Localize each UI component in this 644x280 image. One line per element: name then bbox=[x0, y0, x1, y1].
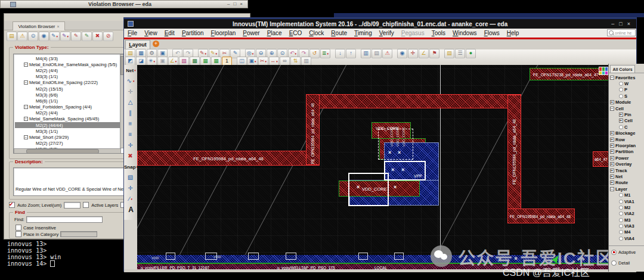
delete-icon[interactable]: ✖ bbox=[92, 32, 103, 41]
adaptive-radio[interactable] bbox=[611, 250, 617, 255]
menu-item[interactable]: Route bbox=[327, 29, 351, 38]
layers-tree-row[interactable]: VIA4 bbox=[610, 235, 644, 241]
tab-violation-browser[interactable]: Violation Browser × bbox=[13, 21, 65, 30]
vb-minimize-button[interactable]: – bbox=[227, 2, 230, 7]
net-tool-button[interactable]: Net bbox=[124, 65, 137, 76]
violations-icon[interactable]: ⚠ bbox=[382, 49, 392, 58]
next-violation-icon[interactable]: ✎ bbox=[60, 32, 70, 41]
layers-tree-row[interactable]: M1 bbox=[610, 192, 644, 198]
violation-tree-row[interactable]: M2(2) (44/44) bbox=[15, 122, 125, 128]
stop-icon[interactable]: ⊘ bbox=[103, 32, 113, 41]
layers-tree-row[interactable]: W bbox=[610, 80, 644, 86]
menu-item[interactable]: Flows bbox=[481, 29, 503, 38]
info-icon[interactable]: ◉ bbox=[397, 49, 407, 58]
wire-edit-icon[interactable]: ∿ bbox=[124, 76, 137, 86]
layers-tree-row[interactable]: Cell bbox=[610, 105, 644, 111]
detail-radio[interactable] bbox=[611, 260, 617, 266]
layers-tree-row[interactable]: S bbox=[610, 93, 644, 99]
violation-marker-icon[interactable]: × bbox=[391, 167, 394, 173]
layers-tree-row[interactable]: M4 bbox=[610, 229, 644, 235]
spacing-icon[interactable]: ≡ bbox=[124, 119, 137, 129]
violation-marker-icon[interactable]: × bbox=[401, 167, 404, 173]
layout-canvas[interactable]: FE_OFN195984_pd_rdata_a64_48 FE_OFN19598… bbox=[137, 65, 609, 269]
hierarchy-icon[interactable]: ▤ bbox=[371, 49, 382, 58]
net-wire-red[interactable]: FE_OFN195984_pd_rdata_a64_48 bbox=[507, 95, 521, 223]
layers-tree-row[interactable]: C bbox=[610, 124, 644, 130]
terminal-window[interactable]: innovus 13>innovus 13>innovus 13> wininn… bbox=[4, 235, 125, 272]
case-insensitive-checkbox[interactable] bbox=[16, 225, 21, 231]
layers-tree-row[interactable]: Favorites bbox=[610, 74, 644, 80]
violation-tree-row[interactable]: M3(3) (1/1) bbox=[15, 128, 125, 134]
tab-layout[interactable]: Layout bbox=[125, 40, 150, 49]
menu-item[interactable]: Tools bbox=[428, 29, 449, 38]
menu-item[interactable]: Windows bbox=[449, 29, 481, 38]
violation-browser-icon[interactable]: ⚑ bbox=[429, 49, 439, 58]
violation-tree[interactable]: M4(4) (3/3)Metal_EndOfLine_SameMask_spac… bbox=[13, 54, 125, 154]
info-icon[interactable]: ◉ bbox=[39, 32, 49, 41]
violation-tree-row[interactable]: Metal_Short (29/29) bbox=[15, 134, 125, 140]
violation-tree-row[interactable]: M6(6) (1/1) bbox=[15, 98, 125, 104]
angle-ruler-icon[interactable]: △ bbox=[124, 97, 137, 108]
menu-item[interactable]: View bbox=[141, 29, 161, 38]
layers-tree-row[interactable]: Power bbox=[610, 155, 644, 161]
menu-item[interactable]: Power bbox=[239, 29, 263, 38]
vb-maximize-button[interactable]: □ bbox=[233, 2, 236, 7]
vpp-cell[interactable]: VPP bbox=[384, 161, 426, 181]
snap-tool-button[interactable]: Snap bbox=[124, 161, 137, 172]
text-tool-button[interactable]: A bbox=[124, 204, 137, 215]
menu-item[interactable]: Pegasus bbox=[398, 29, 428, 38]
innovus-minimize-button[interactable]: – bbox=[611, 21, 614, 27]
clear-violation-icon[interactable]: ✎ bbox=[71, 32, 81, 41]
windows-icon[interactable]: ▥ bbox=[361, 49, 371, 58]
active-layers-checkbox[interactable] bbox=[83, 202, 89, 208]
violation-tree-row[interactable]: Metal_EndOfLine_SameMask_spacing (5/5) bbox=[15, 61, 125, 67]
layers-tree-row[interactable]: Floorplan bbox=[610, 142, 644, 148]
violation-tree-row[interactable]: M2(2) (4/4) bbox=[15, 67, 125, 73]
menu-item[interactable]: Partition bbox=[178, 29, 208, 38]
layers-tree-row[interactable]: M2 bbox=[610, 204, 644, 210]
menu-item[interactable]: Clock bbox=[305, 29, 327, 38]
menu-item[interactable]: Verify bbox=[376, 29, 398, 38]
net-wire-red[interactable]: FE_OFN195984_pd_rdata_a64_48 bbox=[507, 209, 575, 223]
pop-up-icon[interactable]: ↑ bbox=[346, 49, 356, 58]
violation-marker-icon[interactable]: × bbox=[357, 185, 360, 190]
report-icon[interactable]: ☰ bbox=[455, 49, 465, 58]
tree-hscrollbar[interactable] bbox=[14, 148, 121, 154]
net-wire-red[interactable]: FE_OFN195984_pd_rdata_a64_48 bbox=[137, 151, 320, 166]
zoom-to-violation-icon[interactable]: ⊙ bbox=[28, 32, 38, 41]
layers-tree-row[interactable]: Module bbox=[610, 99, 644, 105]
violation-tree-row[interactable]: M3(3) (1/1) bbox=[15, 74, 125, 80]
menu-item[interactable]: Place bbox=[264, 29, 286, 38]
layers-tree-row[interactable]: Net bbox=[610, 173, 644, 179]
layers-tree[interactable]: FavoritesWPSModuleCellPinCellCBlockageRo… bbox=[609, 73, 644, 245]
layer-control-icon[interactable]: ≣ bbox=[320, 49, 330, 58]
violation-tree-row[interactable]: M3(3) (6/6) bbox=[15, 92, 125, 98]
align-icon[interactable]: ∥ bbox=[124, 108, 137, 119]
prev-violation-icon[interactable]: ✎ bbox=[49, 32, 60, 41]
tab-all-colors[interactable]: All Colors bbox=[610, 65, 635, 73]
tab-close-icon[interactable]: × bbox=[57, 24, 60, 29]
net-wire-red[interactable]: FE_OFN195984_pd_rdata_a64_48 bbox=[306, 94, 320, 165]
layers-tree-row[interactable]: Blockage bbox=[610, 130, 644, 136]
layers-tree-row[interactable]: Pin bbox=[610, 111, 644, 117]
violation-marker-icon[interactable]: ⚠ bbox=[17, 32, 27, 41]
menu-item[interactable]: File bbox=[124, 29, 141, 38]
find-input[interactable] bbox=[26, 216, 103, 223]
push-down-icon[interactable]: ↓ bbox=[335, 49, 345, 58]
violation-marker-icon[interactable]: × bbox=[398, 150, 401, 155]
violation-tree-row[interactable]: M2(2) (4/4) bbox=[15, 110, 125, 116]
violation-tree-row[interactable]: M2(2) (15/15) bbox=[15, 86, 125, 92]
grid-snap-icon[interactable]: ✛ bbox=[124, 183, 137, 194]
adaptive-row[interactable]: Adaptive bbox=[611, 248, 644, 256]
auto-zoom-checkbox[interactable] bbox=[9, 202, 15, 208]
layers-tree-row[interactable]: VIA1 bbox=[610, 198, 644, 204]
violation-tree-row[interactable]: Metal_EndOfLine_Spacing (22/22) bbox=[15, 80, 125, 86]
layers-tree-row[interactable]: Overlay bbox=[610, 161, 644, 167]
layers-tree-row[interactable]: P bbox=[610, 87, 644, 93]
snapshot-icon[interactable]: ▧ bbox=[124, 172, 137, 183]
innovus-close-button[interactable]: × bbox=[627, 21, 630, 27]
menu-item[interactable]: Help bbox=[503, 29, 523, 38]
layers-tree-row[interactable]: Layer bbox=[610, 186, 644, 192]
net-wire-red[interactable]: FE_OFN179238_pd_rdata_a64_47 bbox=[530, 68, 609, 80]
layers-tree-row[interactable]: Row bbox=[610, 136, 644, 142]
